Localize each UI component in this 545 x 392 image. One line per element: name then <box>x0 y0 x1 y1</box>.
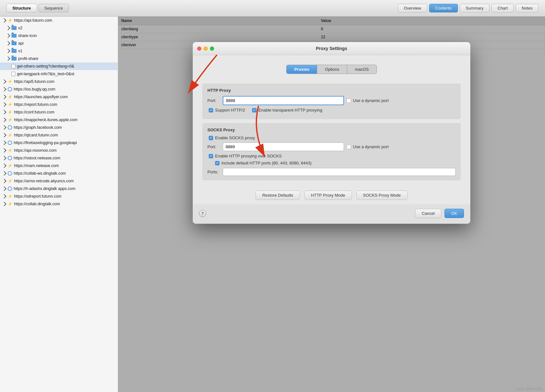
toolbar-left: Structure Sequence <box>6 4 69 12</box>
sidebar-item-label: https://arms-retcode.aliyuncs.com <box>14 179 74 183</box>
transparent-proxy-checkbox[interactable] <box>252 108 257 113</box>
sidebar-item-api[interactable]: api <box>0 40 118 47</box>
sidebar-item-label: https://h-adashx.dingtalk apps.com <box>14 186 75 191</box>
sidebar-item-label: profit-share <box>18 56 38 61</box>
default-ports-checkbox[interactable] <box>215 161 220 165</box>
sidebar-item-v2[interactable]: v2 <box>0 24 118 32</box>
sidebar-item-arms-retcode[interactable]: ⚡https://arms-retcode.aliyuncs.com <box>0 177 118 185</box>
socks-dynamic-port-row: Use a dynamic port <box>347 144 389 149</box>
globe-icon <box>8 125 12 130</box>
sidebar-item-label: https://api5.futunn.com <box>14 79 54 84</box>
http-port-input[interactable] <box>223 96 344 105</box>
globe-icon <box>8 171 12 176</box>
tab-notes[interactable]: Notes <box>516 4 539 12</box>
sidebar-item-firebaselogging[interactable]: https://firebaselogging-pa.googleapi <box>0 139 118 147</box>
tab-sequence[interactable]: Sequence <box>38 4 69 12</box>
sidebar-item-launches-appsflyer[interactable]: ⚡https://launches.appsflyer.com <box>0 93 118 101</box>
sidebar-item-share-icon[interactable]: share-icon <box>0 32 118 40</box>
sidebar-item-label: get-langpack-info?&is_test=0&st <box>17 72 74 76</box>
sidebar-item-label: share-icon <box>18 33 37 38</box>
folder-icon <box>11 26 17 30</box>
http-proxy-mode-button[interactable]: HTTP Proxy Mode <box>304 191 352 200</box>
socks-proxy-section: SOCKS Proxy Enable SOCKS proxy Port: Use… <box>202 123 461 180</box>
seg-proxies[interactable]: Proxies <box>287 65 317 74</box>
socks-port-label: Port: <box>207 144 220 149</box>
sidebar-item-label: https://conf.futunn.com <box>14 110 54 114</box>
expand-arrow-icon <box>2 163 6 168</box>
expand-arrow-icon <box>2 125 6 130</box>
support-http2-label: Support HTTP/2 <box>215 108 245 113</box>
tab-summary[interactable]: Summary <box>460 4 490 12</box>
tab-contents[interactable]: Contents <box>429 4 458 12</box>
sidebar-item-qtcard-futunn[interactable]: ⚡https://qtcard.futunn.com <box>0 131 118 139</box>
lightning-icon: ⚡ <box>8 163 12 168</box>
sidebar-item-inappcheck-itunes[interactable]: ⚡https://inappcheck.itunes.apple.com <box>0 116 118 124</box>
default-ports-label: Include default HTTP ports (80, 443, 808… <box>221 161 311 165</box>
expand-arrow-icon <box>2 133 6 137</box>
http-port-label: Port: <box>207 98 220 103</box>
expand-arrow-icon <box>2 95 6 99</box>
help-button[interactable]: ? <box>199 210 206 217</box>
seg-options[interactable]: Options <box>317 65 347 74</box>
socks-dynamic-port-label: Use a dynamic port <box>353 144 389 149</box>
socks-ports-row: Ports: <box>207 168 456 176</box>
socks-dynamic-port-checkbox[interactable] <box>347 145 351 149</box>
cancel-button[interactable]: Cancel <box>415 209 441 218</box>
socks-port-input[interactable] <box>223 142 344 151</box>
sidebar-item-label: v2 <box>18 26 22 30</box>
globe-icon <box>8 87 12 91</box>
lightning-icon: ⚡ <box>8 79 12 84</box>
lightning-icon: ⚡ <box>8 179 12 183</box>
sidebar-item-collab-ws-dingtalk[interactable]: https://collab-ws.dingtalk.com <box>0 170 118 177</box>
support-http2-checkbox[interactable] <box>209 108 213 113</box>
minimize-button[interactable] <box>204 47 208 51</box>
modal-titlebar: Proxy Settings <box>193 42 470 55</box>
sidebar-item-api5-futunn[interactable]: ⚡https://api5.futunn.com <box>0 78 118 85</box>
sidebar-item-report-futunn[interactable]: ⚡https://report.futunn.com <box>0 101 118 108</box>
sidebar-item-profit-share[interactable]: profit-share <box>0 55 118 62</box>
sidebar-item-conf-futunn[interactable]: ⚡https://conf.futunn.com <box>0 108 118 116</box>
sidebar-item-collab-dingtalk[interactable]: ⚡https://collab.dingtalk.com <box>0 200 118 208</box>
sidebar-item-graph-facebook[interactable]: https://graph.facebook.com <box>0 124 118 131</box>
sidebar-item-ios-bugly[interactable]: https://ios.bugly.qq.com <box>0 85 118 93</box>
sidebar-item-v1[interactable]: v1 <box>0 47 118 55</box>
lightning-icon: ⚡ <box>8 133 12 137</box>
modal-overlay: Proxy Settings Proxies Options macOS HTT… <box>118 17 545 392</box>
modal-body: HTTP Proxy Port: Use a dynamic port Supp <box>193 80 470 191</box>
sidebar-item-mam-netease[interactable]: ⚡https://mam.netease.com <box>0 162 118 170</box>
enable-socks-checkbox[interactable] <box>209 136 213 140</box>
socks-ports-input[interactable] <box>223 168 456 176</box>
main-layout: ⚡https://api.futunn.comv2share-iconapiv1… <box>0 17 545 392</box>
ok-button[interactable]: OK <box>444 209 464 218</box>
segmented-control: Proxies Options macOS <box>286 65 377 74</box>
restore-defaults-button[interactable]: Restore Defaults <box>256 191 300 200</box>
sidebar-item-label: get-others-setting?clientlang=0& <box>17 64 74 69</box>
sidebar-item-get-langpack[interactable]: get-langpack-info?&is_test=0&st <box>0 70 118 78</box>
sidebar-item-label: api <box>18 41 24 46</box>
sidebar-item-api-moomoo[interactable]: ⚡https://api.moomoo.com <box>0 147 118 154</box>
sidebar-item-get-others[interactable]: get-others-setting?clientlang=0& <box>0 62 118 70</box>
folder-icon <box>11 34 17 38</box>
zoom-button[interactable] <box>210 47 214 51</box>
sidebar-item-api-futunn[interactable]: ⚡https://api.futunn.com <box>0 17 118 24</box>
tab-chart[interactable]: Chart <box>491 4 514 12</box>
expand-arrow-icon <box>2 156 6 160</box>
http-over-socks-checkbox[interactable] <box>209 154 213 158</box>
tab-overview[interactable]: Overview <box>398 4 427 12</box>
expand-arrow-icon <box>2 148 6 153</box>
folder-icon <box>11 57 17 61</box>
lightning-icon: ⚡ <box>8 95 12 99</box>
transparent-proxy-label: Enable transparent HTTP proxying <box>258 108 322 113</box>
enable-socks-row: Enable SOCKS proxy <box>207 135 456 140</box>
close-button[interactable] <box>197 47 201 51</box>
socks-proxy-mode-button[interactable]: SOCKS Proxy Mode <box>356 191 408 200</box>
traffic-lights <box>197 47 214 51</box>
seg-macos[interactable]: macOS <box>347 65 376 74</box>
expand-arrow-icon <box>2 171 6 176</box>
sidebar-item-nstool-netease[interactable]: https://nstool.netease.com <box>0 154 118 162</box>
sidebar-item-h-adashx-dingtalk[interactable]: https://h-adashx.dingtalk apps.com <box>0 185 118 192</box>
http-dynamic-port-checkbox[interactable] <box>347 98 351 103</box>
sidebar-item-sdreport-futunn[interactable]: ⚡https://sdreport.futunn.com <box>0 192 118 200</box>
tab-structure[interactable]: Structure <box>6 4 37 12</box>
sidebar-item-label: v1 <box>18 49 22 53</box>
